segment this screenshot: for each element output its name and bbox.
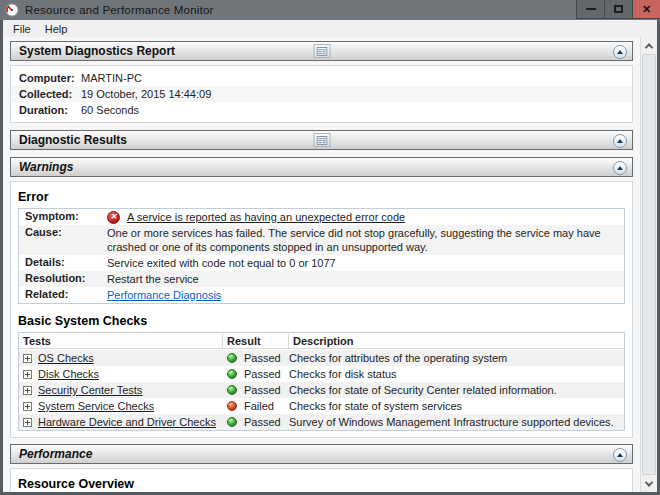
resource-monitor-app-icon: [5, 3, 19, 17]
menu-help[interactable]: Help: [38, 22, 75, 36]
section-title: System Diagnostics Report: [19, 44, 175, 58]
error-row-value: Restart the service: [107, 271, 624, 287]
error-row-symptom: Symptom: ✕ A service is reported as havi…: [19, 209, 624, 225]
table-grid-icon[interactable]: [313, 133, 330, 147]
close-icon: ✕: [642, 4, 651, 15]
expand-icon[interactable]: [23, 370, 32, 379]
collapse-button[interactable]: [613, 45, 627, 59]
table-row-disk-checks: Disk Checks Passed Checks for disk statu…: [19, 366, 624, 382]
info-row-computer: Computer: MARTIN-PC: [11, 70, 632, 86]
chevron-up-icon: [617, 139, 623, 143]
expand-icon[interactable]: [23, 354, 32, 363]
section-title: Diagnostic Results: [19, 133, 127, 147]
info-label: Computer:: [19, 72, 81, 84]
status-dot-icon: [227, 417, 237, 427]
collapse-button[interactable]: [613, 161, 627, 175]
window-title: Resource and Performance Monitor: [25, 4, 214, 16]
result-text: Failed: [244, 400, 274, 412]
report-main: System Diagnostics Report Computer: MART…: [3, 37, 640, 492]
scroll-down-button[interactable]: [641, 475, 657, 492]
title-bar[interactable]: Resource and Performance Monitor ✕: [0, 0, 660, 20]
column-header-description[interactable]: Description: [289, 334, 624, 349]
test-link[interactable]: OS Checks: [38, 352, 94, 364]
warnings-panel: Error Symptom: ✕ A service is reported a…: [10, 181, 633, 438]
error-table: Symptom: ✕ A service is reported as havi…: [18, 208, 625, 304]
vertical-scrollbar[interactable]: [640, 37, 657, 492]
test-link[interactable]: Hardware Device and Driver Checks: [38, 416, 216, 428]
scroll-up-button[interactable]: [641, 37, 657, 54]
table-header-row: Tests Result Description: [19, 333, 624, 350]
section-header-system-diagnostics-report[interactable]: System Diagnostics Report: [10, 41, 633, 61]
chevron-down-icon: [645, 478, 653, 486]
test-link[interactable]: Disk Checks: [38, 368, 99, 380]
info-label: Duration:: [19, 104, 81, 116]
app-window: Resource and Performance Monitor ✕ File …: [0, 0, 660, 495]
error-row-label: Details:: [19, 255, 107, 269]
performance-diagnosis-link[interactable]: Performance Diagnosis: [107, 289, 221, 301]
table-grid-icon[interactable]: [313, 44, 330, 58]
error-row-value: One or more services has failed. The ser…: [107, 225, 624, 255]
result-text: Passed: [244, 352, 281, 364]
status-dot-icon: [227, 353, 237, 363]
minimize-icon: [586, 8, 596, 10]
test-link[interactable]: System Service Checks: [38, 400, 154, 412]
error-row-details: Details: Service exited with code not eq…: [19, 255, 624, 271]
error-row-label: Related:: [19, 287, 107, 301]
section-header-diagnostic-results[interactable]: Diagnostic Results: [10, 130, 633, 150]
info-label: Collected:: [19, 88, 81, 100]
symptom-link[interactable]: A service is reported as having an unexp…: [127, 210, 405, 224]
error-status-icon: ✕: [107, 211, 120, 224]
expand-icon[interactable]: [23, 386, 32, 395]
description-text: Survey of Windows Management Infrastruct…: [289, 416, 624, 428]
report-content: System Diagnostics Report Computer: MART…: [3, 37, 657, 492]
section-header-warnings[interactable]: Warnings: [10, 157, 633, 177]
result-text: Passed: [244, 384, 281, 396]
table-row-os-checks: OS Checks Passed Checks for attributes o…: [19, 350, 624, 366]
expand-icon[interactable]: [23, 402, 32, 411]
close-button[interactable]: ✕: [632, 0, 660, 19]
collapse-button[interactable]: [613, 134, 627, 148]
table-row-security-center-tests: Security Center Tests Passed Checks for …: [19, 382, 624, 398]
error-row-resolution: Resolution: Restart the service: [19, 271, 624, 287]
basic-system-checks-heading: Basic System Checks: [18, 314, 625, 328]
menu-file[interactable]: File: [6, 22, 38, 36]
maximize-icon: [614, 5, 623, 13]
section-title: Warnings: [19, 160, 73, 174]
status-dot-icon: [227, 369, 237, 379]
menu-bar: File Help: [3, 20, 657, 37]
section-header-performance[interactable]: Performance: [10, 444, 633, 464]
info-value: MARTIN-PC: [81, 72, 142, 84]
description-text: Checks for state of Security Center rela…: [289, 384, 624, 396]
result-text: Passed: [244, 416, 281, 428]
maximize-button[interactable]: [604, 0, 632, 19]
collapse-button[interactable]: [613, 448, 627, 462]
description-text: Checks for disk status: [289, 368, 624, 380]
performance-panel: Resource Overview: [10, 468, 633, 492]
chevron-up-icon: [617, 453, 623, 457]
error-heading: Error: [18, 190, 625, 204]
column-header-result[interactable]: Result: [223, 334, 289, 349]
error-row-value: Service exited with code not equal to 0 …: [107, 255, 624, 271]
info-row-collected: Collected: 19 October, 2015 14:44:09: [11, 86, 632, 102]
error-row-cause: Cause: One or more services has failed. …: [19, 225, 624, 255]
error-row-related: Related: Performance Diagnosis: [19, 287, 624, 303]
expand-icon[interactable]: [23, 418, 32, 427]
section-title: Performance: [19, 447, 92, 461]
description-text: Checks for attributes of the operating s…: [289, 352, 624, 364]
table-row-system-service-checks: System Service Checks Failed Checks for …: [19, 398, 624, 414]
test-link[interactable]: Security Center Tests: [38, 384, 142, 396]
report-info-panel: Computer: MARTIN-PC Collected: 19 Octobe…: [10, 65, 633, 123]
chevron-up-icon: [617, 166, 623, 170]
scrollbar-thumb[interactable]: [642, 54, 656, 475]
column-header-tests[interactable]: Tests: [19, 334, 223, 349]
chevron-up-icon: [645, 43, 653, 51]
chevron-up-icon: [617, 50, 623, 54]
minimize-button[interactable]: [576, 0, 604, 19]
info-value: 19 October, 2015 14:44:09: [81, 88, 211, 100]
basic-system-checks-table: Tests Result Description OS Checks Passe…: [18, 332, 625, 431]
status-dot-icon: [227, 385, 237, 395]
info-value: 60 Seconds: [81, 104, 139, 116]
error-row-label: Cause:: [19, 225, 107, 239]
info-row-duration: Duration: 60 Seconds: [11, 102, 632, 118]
status-dot-icon: [227, 401, 237, 411]
